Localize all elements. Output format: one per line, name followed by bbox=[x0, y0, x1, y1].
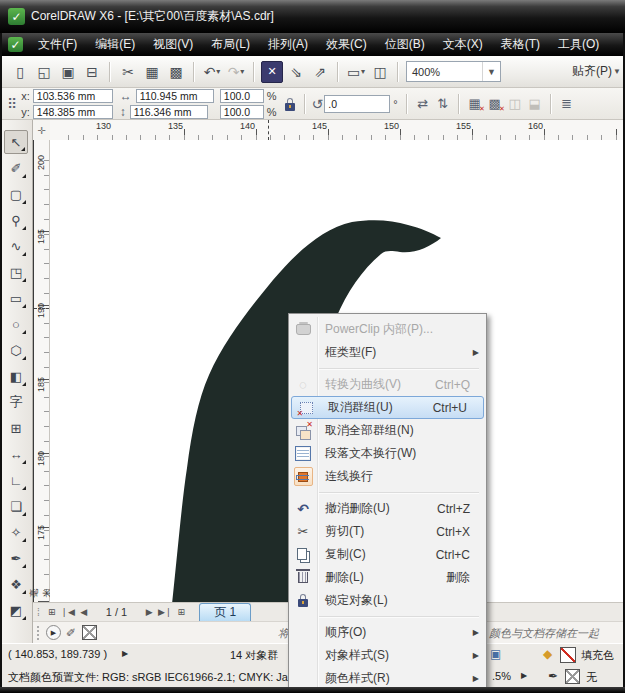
fill-tool[interactable]: ❖ bbox=[4, 572, 28, 596]
coreldraw-menu-icon[interactable]: ✓ bbox=[8, 37, 23, 52]
print-button[interactable]: ⊟ bbox=[81, 61, 103, 83]
snap-dropdown[interactable]: 贴齐(P) ▼ bbox=[572, 63, 621, 80]
rotation-angle-field[interactable]: .0 bbox=[324, 95, 390, 113]
menubar-item[interactable]: 表格(T) bbox=[492, 33, 549, 56]
text-tool[interactable]: 字 bbox=[4, 390, 28, 414]
context-menu-item[interactable]: 取消群组(U)Ctrl+U bbox=[291, 396, 484, 419]
combine-button[interactable]: ◫ bbox=[505, 94, 525, 114]
expand-arrow-icon[interactable]: ▶ bbox=[122, 649, 128, 658]
chevron-down-icon[interactable]: ▼ bbox=[613, 67, 621, 76]
smart-fill-tool[interactable]: ◳ bbox=[4, 260, 28, 284]
context-menu-item[interactable]: 删除(L)删除 bbox=[289, 566, 486, 589]
expand-arrow-icon[interactable]: ▶ bbox=[521, 671, 527, 680]
context-menu-item[interactable]: 框类型(F)▶ bbox=[289, 341, 486, 364]
no-outline-swatch[interactable] bbox=[565, 669, 580, 684]
rectangle-tool[interactable]: ▭ bbox=[4, 286, 28, 310]
context-menu-item[interactable]: ◌转换为曲线(V)Ctrl+Q bbox=[289, 373, 486, 396]
add-page-front-button[interactable]: ⊞ bbox=[44, 605, 60, 620]
open-button[interactable]: ◱ bbox=[33, 61, 55, 83]
redo-button[interactable]: ↷▾ bbox=[225, 61, 247, 83]
context-menu-item[interactable]: ✂剪切(T)Ctrl+X bbox=[289, 520, 486, 543]
flip-vertical-button[interactable]: ⇅ bbox=[433, 94, 453, 114]
save-button[interactable]: ▣ bbox=[57, 61, 79, 83]
copy-button[interactable]: ▦ bbox=[141, 61, 163, 83]
chevron-down-icon[interactable]: ▾ bbox=[240, 67, 244, 76]
palette-drag-handle[interactable] bbox=[37, 626, 42, 640]
menubar-item[interactable]: 效果(C) bbox=[317, 33, 376, 56]
context-menu-item[interactable]: 锁定对象(L) bbox=[289, 589, 486, 612]
rectangle-tool-icon: ▭ bbox=[10, 291, 22, 306]
blend-tool[interactable]: ❏ bbox=[4, 494, 28, 518]
ruler-origin-box[interactable]: ✛ bbox=[33, 120, 51, 141]
context-menu-item[interactable]: 段落文本换行(W) bbox=[289, 442, 486, 465]
welcome-screen-button[interactable]: ◫ bbox=[369, 61, 391, 83]
crop-tool[interactable]: ▢ bbox=[4, 182, 28, 206]
menubar-item[interactable]: 视图(V) bbox=[144, 33, 202, 56]
lock-ratio-icon[interactable] bbox=[285, 103, 295, 111]
chevron-down-icon[interactable]: ▾ bbox=[216, 67, 220, 76]
zoom-level-combobox[interactable]: 400% ▼ bbox=[406, 61, 501, 82]
object-y-position-field[interactable]: 148.385 mm bbox=[33, 105, 113, 119]
ellipse-tool[interactable]: ○ bbox=[4, 312, 28, 336]
color-eyedropper-tool[interactable]: ✧ bbox=[4, 520, 28, 544]
polygon-tool[interactable]: ⬡ bbox=[4, 338, 28, 362]
menubar-item[interactable]: 位图(B) bbox=[376, 33, 434, 56]
first-page-button[interactable]: ❘◀ bbox=[60, 605, 76, 620]
scale-x-field[interactable]: 100.0 bbox=[220, 89, 264, 103]
context-menu-item[interactable]: 连线换行 bbox=[289, 465, 486, 488]
no-color-swatch[interactable] bbox=[82, 625, 97, 640]
object-width-field[interactable]: 110.945 mm bbox=[136, 89, 214, 103]
context-menu-item[interactable]: 顺序(O)▶ bbox=[289, 621, 486, 644]
flip-horizontal-button[interactable]: ⇄ bbox=[413, 94, 433, 114]
outline-pen-tool[interactable]: ✒ bbox=[4, 546, 28, 570]
palette-flyout-button[interactable]: ▶ bbox=[46, 625, 61, 640]
context-menu-item[interactable]: 对象样式(S)▶ bbox=[289, 644, 486, 667]
dimension-tool[interactable]: ↔ bbox=[4, 442, 28, 466]
options-button[interactable]: ≣ bbox=[557, 94, 577, 114]
toolbar-separator bbox=[397, 62, 399, 82]
context-menu-item[interactable]: 复制(C)Ctrl+C bbox=[289, 543, 486, 566]
menubar-item[interactable]: 编辑(E) bbox=[86, 33, 144, 56]
last-page-button[interactable]: ▶❘ bbox=[157, 605, 173, 620]
chevron-down-icon[interactable]: ▾ bbox=[361, 67, 365, 76]
page-tab[interactable]: 页 1 bbox=[199, 603, 251, 621]
ellipse-tool-icon: ○ bbox=[12, 317, 20, 332]
table-tool[interactable]: ⊞ bbox=[4, 416, 28, 440]
new-document-button[interactable]: ▯ bbox=[9, 61, 31, 83]
menubar-item[interactable]: 文件(F) bbox=[29, 33, 86, 56]
eyedropper-icon[interactable]: ✐ bbox=[66, 626, 76, 640]
next-page-button[interactable]: ▶ bbox=[141, 605, 157, 620]
paste-button[interactable]: ▩ bbox=[165, 61, 187, 83]
add-page-end-button[interactable]: ⊞ bbox=[173, 605, 189, 620]
object-height-field[interactable]: 116.346 mm bbox=[130, 105, 208, 119]
menubar-item[interactable]: 布局(L) bbox=[202, 33, 259, 56]
object-x-position-field[interactable]: 103.536 mm bbox=[33, 89, 113, 103]
chevron-down-icon[interactable]: ▼ bbox=[482, 62, 500, 81]
freehand-tool[interactable]: ∿ bbox=[4, 234, 28, 258]
weld-button[interactable]: ⬓ bbox=[525, 94, 545, 114]
scale-y-field[interactable]: 100.0 bbox=[220, 105, 264, 119]
undo-button[interactable]: ↶▾ bbox=[201, 61, 223, 83]
navigator-handle-icon[interactable]: ⁞ bbox=[37, 607, 40, 618]
menubar-item[interactable]: 工具(O) bbox=[549, 33, 608, 56]
menubar-item[interactable]: 排列(A) bbox=[259, 33, 317, 56]
interactive-fill-tool[interactable]: ◩ bbox=[4, 598, 28, 622]
ungroup-button[interactable]: ▦ bbox=[465, 94, 485, 114]
prev-page-button[interactable]: ◀ bbox=[76, 605, 92, 620]
context-menu-item[interactable]: PowerClip 内部(P)... bbox=[289, 318, 486, 341]
no-fill-swatch[interactable] bbox=[560, 647, 576, 663]
export-button[interactable]: ⇗ bbox=[309, 61, 331, 83]
connector-tool[interactable]: ∟ bbox=[4, 468, 28, 492]
context-menu-item[interactable]: ↶撤消删除(U)Ctrl+Z bbox=[289, 497, 486, 520]
fullscreen-preview-button[interactable]: ▭▾ bbox=[345, 61, 367, 83]
cut-button[interactable]: ✂ bbox=[117, 61, 139, 83]
basic-shapes-tool[interactable]: ◧ bbox=[4, 364, 28, 388]
menubar-item[interactable]: 文本(X) bbox=[434, 33, 492, 56]
ungroup-all-button[interactable]: ▩ bbox=[485, 94, 505, 114]
zoom-tool[interactable]: ⚲ bbox=[4, 208, 28, 232]
app-launcher-button[interactable]: ✕ bbox=[261, 61, 283, 83]
shape-tool[interactable]: ✐ bbox=[4, 156, 28, 180]
pick-tool[interactable]: ↖ bbox=[4, 130, 28, 154]
import-button[interactable]: ⇘ bbox=[285, 61, 307, 83]
context-menu-item[interactable]: 取消全部群组(N) bbox=[289, 419, 486, 442]
